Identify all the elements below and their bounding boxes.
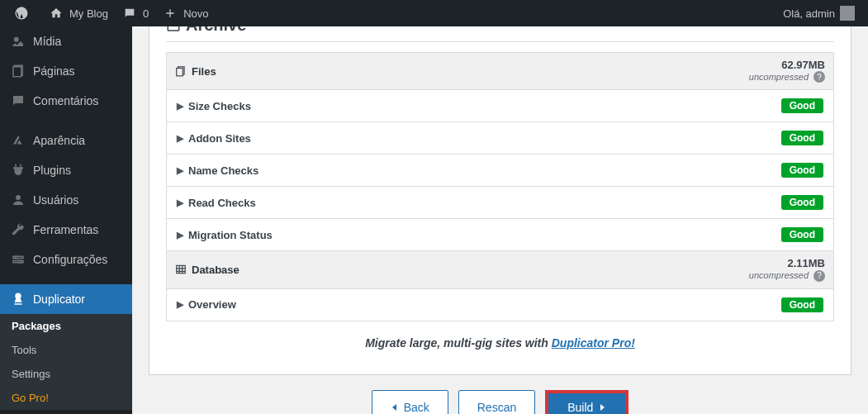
- check-row[interactable]: ▶Size ChecksGood: [166, 90, 834, 122]
- promo-text: Migrate large, multi-gig sites with Dupl…: [166, 321, 834, 355]
- media-icon: [10, 33, 26, 50]
- svg-rect-1: [13, 67, 21, 77]
- new-label: Novo: [183, 7, 208, 20]
- build-button[interactable]: Build: [548, 393, 625, 414]
- new-content-link[interactable]: Novo: [155, 0, 215, 26]
- comments-link[interactable]: 0: [115, 0, 155, 26]
- caret-right-icon: [598, 403, 606, 412]
- help-icon[interactable]: ?: [813, 270, 825, 282]
- sidebar-item-pages[interactable]: Páginas: [0, 56, 132, 86]
- users-icon: [10, 192, 26, 208]
- scan-panel: Archive Files 62.97MB uncompressed? ▶Siz…: [149, 8, 851, 375]
- svg-rect-9: [177, 69, 183, 76]
- sidebar-item-label: Plugins: [33, 164, 71, 177]
- action-buttons: Back Rescan Build: [132, 375, 868, 414]
- back-button[interactable]: Back: [372, 390, 448, 414]
- caret-right-icon: ▶: [177, 101, 183, 112]
- check-label: Migration Status: [188, 229, 273, 241]
- status-badge: Good: [781, 131, 823, 145]
- home-icon: [48, 5, 64, 21]
- files-header: Files 62.97MB uncompressed?: [166, 52, 834, 90]
- database-title: Database: [192, 264, 240, 276]
- files-size: 62.97MB: [749, 59, 825, 71]
- plus-icon: [162, 5, 178, 21]
- caret-right-icon: ▶: [177, 165, 183, 176]
- duplicator-icon: [10, 291, 26, 307]
- promo-link[interactable]: Duplicator Pro!: [552, 336, 635, 350]
- status-badge: Good: [781, 195, 823, 210]
- comments-icon: [10, 93, 26, 109]
- check-row[interactable]: ▶Migration StatusGood: [166, 219, 834, 251]
- caret-right-icon: ▶: [177, 197, 183, 208]
- sidebar-item-duplicator[interactable]: Duplicator: [0, 284, 132, 314]
- files-title: Files: [192, 65, 216, 78]
- sidebar-item-label: Aparência: [33, 134, 85, 147]
- status-badge: Good: [781, 163, 823, 178]
- sidebar-item-comments[interactable]: Comentários: [0, 86, 132, 116]
- submenu-item-settings[interactable]: Settings: [0, 362, 132, 386]
- check-label: Overview: [188, 298, 236, 311]
- check-label: Size Checks: [188, 100, 251, 112]
- caret-right-icon: ▶: [177, 230, 183, 240]
- build-highlight: Build: [545, 390, 628, 414]
- sidebar-item-label: Ferramentas: [33, 223, 98, 236]
- svg-point-6: [19, 260, 21, 263]
- caret-left-icon: [391, 403, 399, 412]
- database-size: 2.11MB: [749, 258, 825, 269]
- check-label: Name Checks: [188, 164, 259, 177]
- wp-logo[interactable]: [7, 0, 41, 26]
- account-link[interactable]: Olá, admin: [776, 0, 861, 26]
- main-content: Archive Files 62.97MB uncompressed? ▶Siz…: [132, 0, 868, 414]
- status-badge: Good: [781, 98, 823, 113]
- wordpress-icon: [13, 5, 30, 21]
- site-name: My Blog: [69, 7, 108, 20]
- check-row[interactable]: ▶Read ChecksGood: [166, 187, 834, 219]
- check-label: Addon Sites: [188, 132, 251, 145]
- check-row[interactable]: ▶OverviewGood: [166, 289, 834, 321]
- comments-count: 0: [143, 7, 149, 20]
- status-badge: Good: [781, 227, 823, 242]
- site-name-link[interactable]: My Blog: [41, 0, 115, 26]
- greeting: Olá, admin: [783, 7, 835, 20]
- check-label: Read Checks: [188, 197, 256, 209]
- svg-point-2: [16, 195, 21, 200]
- svg-point-5: [15, 256, 17, 259]
- files-compressed: uncompressed: [749, 72, 809, 82]
- plugins-icon: [10, 162, 26, 178]
- sidebar-item-label: Comentários: [33, 94, 98, 107]
- rescan-button[interactable]: Rescan: [458, 390, 535, 414]
- help-icon[interactable]: ?: [813, 71, 825, 83]
- sidebar-item-label: Configurações: [33, 253, 107, 266]
- caret-right-icon: ▶: [177, 133, 183, 144]
- submenu-item-packages[interactable]: Packages: [0, 314, 132, 338]
- comment-icon: [121, 5, 138, 21]
- sidebar-item-label: Usuários: [33, 193, 78, 207]
- sidebar-item-appearance[interactable]: Aparência: [0, 126, 132, 155]
- sidebar-item-media[interactable]: Mídia: [0, 26, 132, 56]
- svg-rect-10: [177, 266, 186, 274]
- sidebar-item-plugins[interactable]: Plugins: [0, 155, 132, 185]
- table-icon: [175, 264, 187, 275]
- settings-icon: [10, 251, 26, 268]
- sidebar-item-tools[interactable]: Ferramentas: [0, 215, 132, 245]
- submenu-item-tools[interactable]: Tools: [0, 338, 132, 362]
- database-header: Database 2.11MB uncompressed?: [166, 251, 834, 288]
- sidebar-item-users[interactable]: Usuários: [0, 185, 132, 215]
- check-row[interactable]: ▶Addon SitesGood: [166, 122, 834, 155]
- database-compressed: uncompressed: [749, 270, 809, 280]
- admin-sidebar: MídiaPáginasComentários AparênciaPlugins…: [0, 0, 132, 414]
- admin-bar: My Blog 0 Novo Olá, admin: [0, 0, 868, 26]
- submenu-item-go-pro-[interactable]: Go Pro!: [0, 386, 132, 410]
- avatar: [840, 6, 855, 21]
- status-badge: Good: [781, 297, 823, 312]
- check-row[interactable]: ▶Name ChecksGood: [166, 155, 834, 187]
- sidebar-item-label: Páginas: [33, 64, 75, 78]
- files-icon: [175, 65, 187, 77]
- appearance-icon: [10, 132, 26, 149]
- tools-icon: [10, 221, 26, 238]
- sidebar-item-settings[interactable]: Configurações: [0, 245, 132, 274]
- sidebar-item-label: Duplicator: [33, 293, 85, 306]
- pages-icon: [10, 63, 26, 79]
- sidebar-item-label: Mídia: [33, 35, 61, 48]
- caret-right-icon: ▶: [177, 299, 183, 310]
